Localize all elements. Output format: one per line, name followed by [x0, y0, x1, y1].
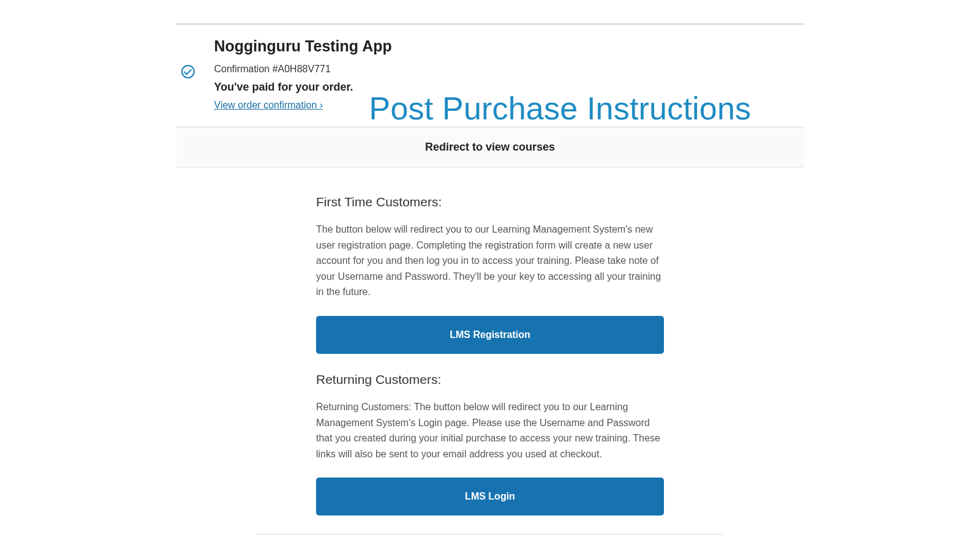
returning-heading: Returning Customers:: [316, 372, 664, 387]
first-time-heading: First Time Customers:: [316, 195, 664, 209]
returning-body: Returning Customers: The button below wi…: [316, 399, 664, 462]
overlay-title: Post Purchase Instructions: [369, 90, 752, 127]
redirect-bar: Redirect to view courses: [176, 127, 804, 168]
check-circle-icon: [181, 65, 195, 78]
view-order-confirmation-link[interactable]: View order confirmation ›: [214, 100, 323, 111]
first-time-body: The button below will redirect you to ou…: [316, 222, 664, 300]
page-container: Nogginguru Testing App Confirmation #A0H…: [176, 0, 804, 534]
check-icon-wrap: [176, 37, 200, 78]
lms-registration-button[interactable]: LMS Registration: [316, 316, 664, 354]
top-divider: [176, 23, 804, 25]
confirmation-number: Confirmation #A0H88V771: [214, 64, 804, 75]
bottom-divider: [257, 534, 723, 534]
instructions-content: First Time Customers: The button below w…: [316, 168, 664, 515]
order-header: Nogginguru Testing App Confirmation #A0H…: [176, 37, 804, 111]
lms-login-button[interactable]: LMS Login: [316, 478, 664, 515]
app-title: Nogginguru Testing App: [214, 37, 804, 55]
